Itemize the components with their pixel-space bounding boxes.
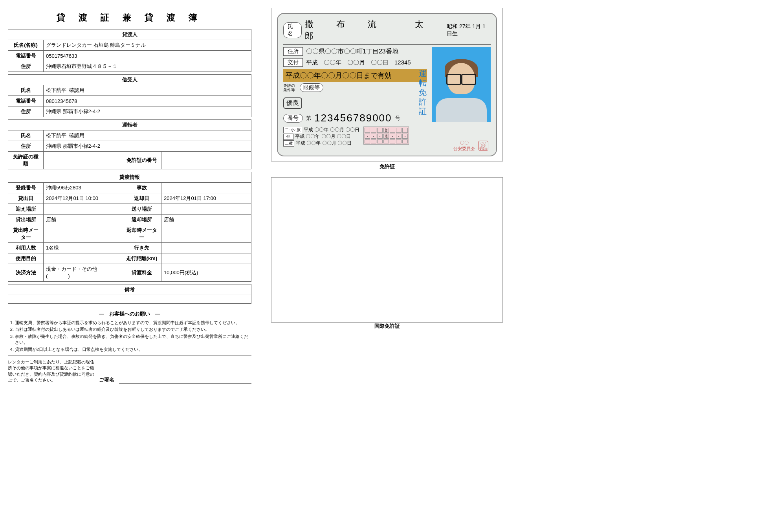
intl-caption: 国際免許証 <box>271 323 503 330</box>
lender-addr: 沖縄県石垣市登野城４８５－１ <box>44 61 251 72</box>
borrower-section: 借受人 <box>8 75 251 85</box>
lic-name-label: 氏名 <box>283 22 302 38</box>
driver-section: 運転者 <box>8 120 251 130</box>
separator <box>8 307 251 307</box>
accident-value <box>161 183 251 193</box>
lender-section: 貸渡人 <box>8 29 251 40</box>
retmeter-label: 返却時メーター <box>122 225 161 243</box>
retdate-value: 2024年12月01日 17:00 <box>161 193 251 204</box>
driver-licno-label: 免許証の番号 <box>122 152 161 169</box>
lic-name: 撒 布 流 太 郎 <box>305 18 444 42</box>
request-item: 貸渡期間が2日以上となる場合は、日常点検を実施してください。 <box>15 347 251 352</box>
lic-committee: 〇〇 公安委員会 〇〇 公安 委員会 <box>453 140 488 152</box>
driver-name: 松下航平_確認用 <box>44 130 251 141</box>
outloc-label: 貸出場所 <box>8 215 44 225</box>
outdate-value: 2024年12月01日 10:00 <box>44 193 122 204</box>
driver-lictype-label: 免許証の種類 <box>8 152 44 169</box>
lic-photo <box>432 47 491 122</box>
driver-addr-label: 住所 <box>8 141 44 152</box>
lic-date-val: 平成 〇〇年 〇〇月 〇〇日 <box>296 140 352 146</box>
borrower-tel-label: 電話番号 <box>8 96 44 106</box>
pay-label: 決済方法 <box>8 264 44 282</box>
fee-value: 10,000円(税込) <box>161 264 251 282</box>
lic-date-lbl: 二種 <box>283 140 294 147</box>
borrower-addr: 沖縄県 那覇市小禄2-4-2 <box>44 106 251 117</box>
pay-value: 現金・カード・その他( ) <box>44 264 122 282</box>
lic-committee-mark: 〇〇 <box>453 140 475 146</box>
lic-date-val: 平成 〇〇年 〇〇月 〇〇日 <box>295 134 351 139</box>
outloc-value: 店舗 <box>44 215 122 225</box>
retloc-label: 返却場所 <box>122 215 161 225</box>
dist-value <box>161 253 251 264</box>
signature-row: レンタカーご利用にあたり、上記記載の現住所その他の事項が事実に相違ないことをご確… <box>8 359 251 383</box>
borrower-name: 松下航平_確認用 <box>44 85 251 96</box>
lender-tel: 05017547633 <box>44 51 251 61</box>
lic-rank: 優良 <box>283 97 302 109</box>
pax-label: 利用人数 <box>8 243 44 253</box>
lic-birth: 昭和 27年 1月 1日生 <box>447 23 491 37</box>
page-title: 貸 渡 証 兼 貸 渡 簿 <box>8 12 251 24</box>
request-item: 当社は運転者付の貸出しあるいは運転者の紹介及び斡旋をお断りしておりますのでご了承… <box>15 327 251 332</box>
driver-table: 運転者 氏名 松下航平_確認用 住所 沖縄県 那覇市小禄2-4-2 免許証の種類… <box>8 119 251 169</box>
license-image-frame: 氏名 撒 布 流 太 郎 昭和 27年 1月 1日生 住所 〇〇県〇〇市〇〇町1… <box>271 8 503 161</box>
lic-addr-label: 住所 <box>283 47 303 56</box>
request-title: ― お客様へのお願い ― <box>8 310 251 317</box>
driver-name-label: 氏名 <box>8 130 44 141</box>
lender-addr-label: 住所 <box>8 61 44 72</box>
signature-text: レンタカーご利用にあたり、上記記載の現住所その他の事項が事実に相違ないことをご確… <box>8 359 94 383</box>
lic-issue-label: 交付 <box>283 58 303 67</box>
pax-value: 1名様 <box>44 243 122 253</box>
request-item: 事故・故障が発生した場合、事故の続発を防ぎ、負傷者の安全確保をした上で、直ちに警… <box>15 334 251 346</box>
lic-addr: 〇〇県〇〇市〇〇町1丁目23番地 <box>306 48 398 56</box>
lic-issue: 平成 〇〇年 〇〇月 〇〇日 12345 <box>306 59 411 66</box>
intl-license-frame <box>271 177 503 323</box>
borrower-name-label: 氏名 <box>8 85 44 96</box>
lic-date-lbl: 二･小･原 <box>283 127 302 133</box>
retmeter-value <box>161 225 251 243</box>
borrower-table: 借受人 氏名 松下航平_確認用 電話番号 08012345678 住所 沖縄県 … <box>8 74 251 117</box>
lic-num-label: 番号 <box>283 114 303 123</box>
lic-num-suffix: 号 <box>395 115 400 122</box>
pickup-label: 迎え場所 <box>8 204 44 215</box>
lic-stamp: 〇〇 公安 委員会 <box>478 141 488 151</box>
rental-section: 貸渡情報 <box>8 172 251 183</box>
purpose-label: 使用目的 <box>8 253 44 264</box>
pickup-value <box>44 204 122 215</box>
lic-num-prefix: 第 <box>306 115 311 122</box>
outmeter-label: 貸出時メーター <box>8 225 44 243</box>
license-card: 氏名 撒 布 流 太 郎 昭和 27年 1月 1日生 住所 〇〇県〇〇市〇〇町1… <box>277 13 497 156</box>
retloc-value: 店舗 <box>161 215 251 225</box>
signature-line <box>119 376 251 383</box>
lic-side-title: 運転免許証 <box>418 69 428 116</box>
lic-date-lbl: 他 <box>283 134 293 140</box>
notes-box <box>8 295 251 304</box>
dest-label: 行き先 <box>122 243 161 253</box>
request-item: 運輸支局、警察署等から本証の提示を求められることがありますので、貸渡期間中は必ず… <box>15 320 251 326</box>
lic-valid: 平成〇〇年〇〇月〇〇日まで有効 <box>283 69 427 82</box>
rental-table: 貸渡情報 登録番号 沖縄596わ2803 事故 貸出日 2024年12月01日 … <box>8 172 251 282</box>
purpose-value <box>44 253 122 264</box>
signature-label: ご署名 <box>99 376 114 383</box>
lic-cond-label: 免許の 条件等 <box>283 83 295 92</box>
lic-num: 123456789000 <box>314 112 392 124</box>
reg-label: 登録番号 <box>8 183 44 193</box>
dist-label: 走行距離(km) <box>122 253 161 264</box>
dest-value <box>161 243 251 253</box>
lic-date-val: 平成 〇〇年 〇〇月 〇〇日 <box>304 127 359 132</box>
outmeter-value <box>44 225 122 243</box>
driver-licno <box>161 152 251 169</box>
lender-table: 貸渡人 氏名(名称) グランドレンタカー 石垣島 離島ターミナル 電話番号 05… <box>8 29 251 72</box>
driver-addr: 沖縄県 那覇市小禄2-4-2 <box>44 141 251 152</box>
request-list: 運輸支局、警察署等から本証の提示を求められることがありますので、貸渡期間中は必ず… <box>8 320 251 352</box>
lender-name: グランドレンタカー 石垣島 離島ターミナル <box>44 40 251 51</box>
notes-table: 備考 <box>8 284 251 304</box>
lic-dates: 二･小･原平成 〇〇年 〇〇月 〇〇日 他平成 〇〇年 〇〇月 〇〇日 二種平成… <box>283 127 359 147</box>
fee-label: 貸渡料金 <box>122 264 161 282</box>
accident-label: 事故 <box>122 183 161 193</box>
separator <box>8 356 251 356</box>
borrower-tel: 08012345678 <box>44 96 251 106</box>
reg-value: 沖縄596わ2803 <box>44 183 122 193</box>
dropoff-label: 送り場所 <box>122 204 161 215</box>
borrower-addr-label: 住所 <box>8 106 44 117</box>
lender-tel-label: 電話番号 <box>8 51 44 61</box>
